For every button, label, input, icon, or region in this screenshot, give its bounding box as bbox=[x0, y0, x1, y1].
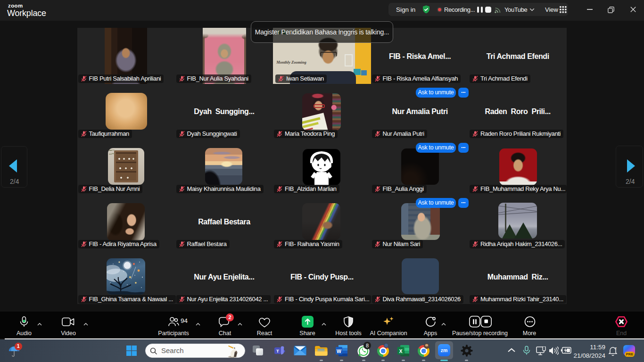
svg-text:T: T bbox=[276, 348, 279, 354]
svg-text:z: z bbox=[615, 346, 617, 350]
svg-text:W: W bbox=[337, 348, 341, 354]
svg-text:X: X bbox=[399, 348, 402, 354]
